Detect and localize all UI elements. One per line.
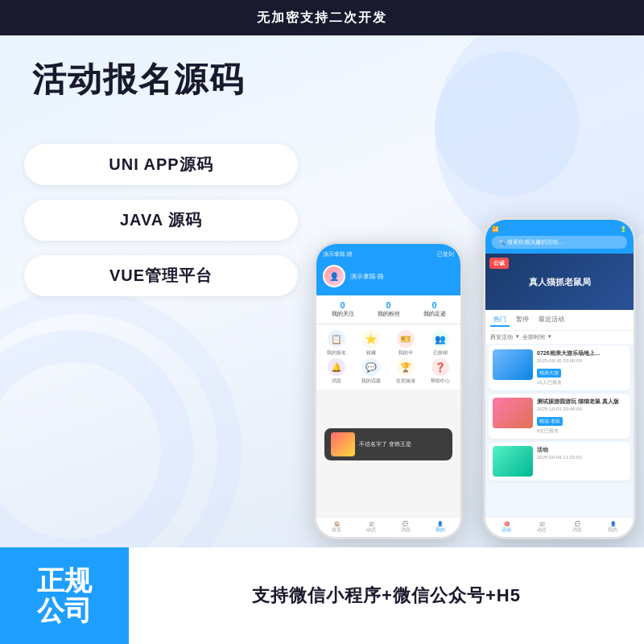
hero-text: 真人猫抓老鼠局 <box>529 276 591 288</box>
tab-pause[interactable]: 暂停 <box>513 313 532 327</box>
bottom-nav-feed-label: 动态 <box>537 527 547 532</box>
menu-hotel-label: 住宿旅游 <box>396 378 415 385</box>
deco-arc-2 <box>0 290 242 547</box>
stat-fans: 0 我的粉丝 <box>378 300 400 318</box>
phone-left-status: 演示拿陈·路 已签到 <box>323 250 454 258</box>
phone-right-header: 📶 🔋 🔍 搜索你感兴趣的活动… <box>485 220 634 254</box>
filters-row: 西安活动 ▾ 全部时间 ▾ <box>485 331 634 344</box>
nav-feed-label: 动态 <box>366 527 376 532</box>
menu-help[interactable]: ❓ 帮助中心 <box>424 358 457 385</box>
nav-home[interactable]: 🏠 首页 <box>332 521 341 534</box>
pill-java: JAVA 源码 <box>24 200 298 241</box>
activity-info-3: 活动 2025-09-09 11:22:03 <box>537 446 626 477</box>
tab-hot[interactable]: 热门 <box>490 313 510 327</box>
stat-fans-num: 0 <box>378 300 400 310</box>
notif-text: 不信名字了 变韩王是 <box>359 440 411 448</box>
activity-title-2: 测试据游园游玩 猫猫老鼠 真人版 <box>537 398 626 405</box>
bottom-nav-message[interactable]: 💬 消息 <box>572 521 582 534</box>
menu-signup[interactable]: 📋 我的报名 <box>320 330 353 357</box>
stat-footprint: 0 我的足迹 <box>423 300 446 318</box>
notification-bar: 不信名字了 变韩王是 <box>324 428 452 460</box>
menu-card-label: 我的卡 <box>398 349 413 357</box>
search-bar[interactable]: 🔍 搜索你感兴趣的活动… <box>492 236 627 249</box>
pill-vue: VUE管理平台 <box>24 255 298 296</box>
filter-time[interactable]: 全部时间 <box>522 333 545 341</box>
nav-msg-label: 消息 <box>401 527 411 532</box>
activity-people-1: 16人已报名 <box>537 379 626 386</box>
tabs-row: 热门 暂停 最近活动 <box>485 310 634 331</box>
nav-msg[interactable]: 💬 消息 <box>401 521 411 534</box>
stat-follow-label: 我的关注 <box>332 310 354 318</box>
menu-signup-label: 我的报名 <box>327 349 346 357</box>
menu-verified-label: 已核销 <box>433 349 448 357</box>
status-right: 已签到 <box>437 250 454 258</box>
tab-recent[interactable]: 最近活动 <box>535 313 568 327</box>
bottom-right: 支持微信小程序+微信公众号+H5 <box>129 547 644 644</box>
menu-notify-label: 消息 <box>332 378 341 385</box>
activity-list: 0726相亲大游乐场地上… 2025-09-30 20:00:09 相亲大游 1… <box>485 345 634 517</box>
activity-meta-2: 2025-10-03 20:40:09 <box>537 407 626 411</box>
bottom-support-text: 支持微信小程序+微信公众号+H5 <box>252 584 521 608</box>
bottom-nav-profile-label: 我的 <box>608 527 617 532</box>
bottom-section: 正规 公司 支持微信小程序+微信公众号+H5 <box>0 547 644 644</box>
menu-verified[interactable]: 👥 已核销 <box>424 330 457 357</box>
menu-grid: 📋 我的报名 ⭐ 收藏 🎫 我的卡 👥 已核销 <box>316 325 460 390</box>
pills-container: UNI APP源码 JAVA 源码 VUE管理平台 <box>24 144 298 296</box>
profile-name: 演示拿陈·路 <box>350 272 384 281</box>
bottom-nav-activity[interactable]: 🎯 活动 <box>502 521 511 534</box>
phones-container: 演示拿陈·路 已签到 👤 演示拿陈·路 0 我的关注 0 我的 <box>306 43 644 547</box>
phone-right-status: 📶 🔋 <box>492 226 627 233</box>
activity-info-2: 测试据游园游玩 猫猫老鼠 真人版 2025-10-03 20:40:09 猫说·… <box>537 398 626 435</box>
activity-card-2[interactable]: 测试据游园游玩 猫猫老鼠 真人版 2025-10-03 20:40:09 猫说·… <box>489 394 630 439</box>
main-title: 活动报名源码 <box>32 60 245 100</box>
activity-people-2: 6次已报名 <box>537 427 626 435</box>
profile-row: 👤 演示拿陈·路 <box>323 262 454 291</box>
activity-thumb-1 <box>493 349 533 380</box>
battery-icon: 🔋 <box>620 226 627 233</box>
menu-topic[interactable]: 💬 我的话题 <box>354 358 387 385</box>
stats-row: 0 我的关注 0 我的粉丝 0 我的足迹 <box>316 295 460 324</box>
filter-city[interactable]: 西安活动 <box>490 333 513 341</box>
nav-profile[interactable]: 👤 我的 <box>436 521 445 534</box>
bottom-nav-right: 🎯 活动 📰 动态 💬 消息 👤 我的 <box>485 517 634 537</box>
bottom-line2: 公司 <box>37 595 92 625</box>
activity-tag-1: 相亲大游 <box>537 369 561 378</box>
notif-thumbnail <box>331 432 355 456</box>
menu-collect[interactable]: ⭐ 收藏 <box>354 330 387 357</box>
menu-hotel[interactable]: 🏆 住宿旅游 <box>390 358 423 385</box>
signal-icon: 📶 <box>492 226 499 233</box>
menu-help-label: 帮助中心 <box>431 378 450 385</box>
bottom-nav-left: 🏠 首页 📰 动态 💬 消息 👤 我的 <box>316 517 460 537</box>
main-area: 活动报名源码 UNI APP源码 JAVA 源码 VUE管理平台 演示拿陈·路 … <box>0 35 644 547</box>
bottom-line1: 正规 <box>37 565 92 596</box>
top-banner-text: 无加密支持二次开发 <box>257 10 387 27</box>
bottom-nav-feed[interactable]: 📰 动态 <box>537 521 547 534</box>
hero-banner: 公诚 真人猫抓老鼠局 <box>485 254 634 310</box>
stat-follow: 0 我的关注 <box>332 300 354 318</box>
phone-right: 📶 🔋 🔍 搜索你感兴趣的活动… 公诚 真人猫抓老鼠局 热门 暂停 最近活动 <box>483 217 636 539</box>
phone-right-screen: 📶 🔋 🔍 搜索你感兴趣的活动… 公诚 真人猫抓老鼠局 热门 暂停 最近活动 <box>485 220 634 537</box>
nav-home-label: 首页 <box>332 527 341 532</box>
activity-thumb-2 <box>493 398 533 428</box>
stat-footprint-label: 我的足迹 <box>423 310 446 318</box>
bottom-nav-profile[interactable]: 👤 我的 <box>608 521 617 534</box>
top-banner: 无加密支持二次开发 <box>0 0 644 35</box>
activity-info-1: 0726相亲大游乐场地上… 2025-09-30 20:00:09 相亲大游 1… <box>537 349 626 386</box>
activity-card-1[interactable]: 0726相亲大游乐场地上… 2025-09-30 20:00:09 相亲大游 1… <box>489 345 630 390</box>
bottom-nav-message-label: 消息 <box>572 527 582 532</box>
avatar: 👤 <box>323 265 345 287</box>
status-left: 演示拿陈·路 <box>323 250 353 258</box>
menu-card[interactable]: 🎫 我的卡 <box>390 330 423 357</box>
stat-fans-label: 我的粉丝 <box>378 310 400 318</box>
search-placeholder-text: 搜索你感兴趣的活动… <box>507 239 564 245</box>
activity-tag-2: 猫说·老鼠 <box>537 417 563 426</box>
stat-footprint-num: 0 <box>423 300 446 310</box>
menu-notify[interactable]: 🔔 消息 <box>320 358 353 385</box>
activity-title-3: 活动 <box>537 446 626 453</box>
bottom-nav-activity-label: 活动 <box>502 527 511 532</box>
stat-follow-num: 0 <box>332 300 354 310</box>
activity-meta-1: 2025-09-30 20:00:09 <box>537 358 626 363</box>
nav-feed[interactable]: 📰 动态 <box>366 521 376 534</box>
activity-card-3[interactable]: 活动 2025-09-09 11:22:03 <box>489 442 630 481</box>
menu-collect-label: 收藏 <box>366 349 376 357</box>
